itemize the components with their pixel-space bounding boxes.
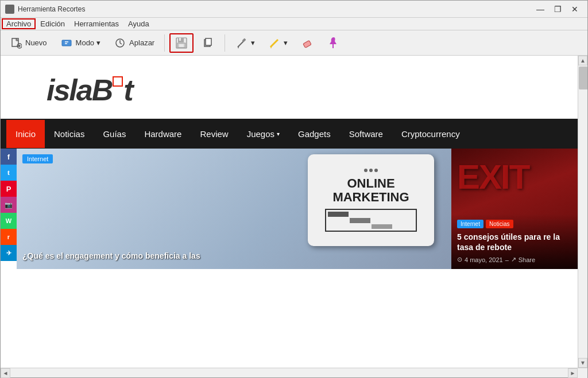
logo-text-isla: isla xyxy=(47,73,92,107)
modo-button[interactable]: Modo ▾ xyxy=(55,33,106,53)
tablet-grid xyxy=(325,209,417,232)
logo-area: isla B t xyxy=(1,56,578,119)
nuevo-label: Nuevo xyxy=(25,38,47,47)
aplazar-button[interactable]: Aplazar xyxy=(108,33,160,53)
side-article[interactable]: EXIT Internet Noticias 5 consejos útiles… xyxy=(451,149,578,269)
main-article-tag: Internet xyxy=(22,154,53,163)
nuevo-icon xyxy=(9,36,23,50)
whatsapp-button[interactable]: W xyxy=(1,213,17,229)
window-title: Herramienta Recortes xyxy=(18,5,85,13)
menu-ayuda[interactable]: Ayuda xyxy=(123,18,154,29)
nav-gadgets[interactable]: Gadgets xyxy=(289,120,340,148)
twitter-button[interactable]: t xyxy=(1,165,17,181)
side-article-title: 5 consejos útiles para re la tasa de reb… xyxy=(457,232,572,252)
tablet-dots xyxy=(364,169,378,172)
tablet-text: ONLINEMARKETING xyxy=(332,177,409,204)
highlight-chevron-icon: ▾ xyxy=(284,38,288,47)
title-bar: Herramienta Recortes — ❐ ✕ xyxy=(1,1,587,18)
scroll-right-button[interactable]: ► xyxy=(568,368,578,378)
nav-software[interactable]: Software xyxy=(340,120,392,148)
app-icon xyxy=(5,5,14,14)
scroll-down-button[interactable]: ▼ xyxy=(578,358,587,368)
main-article[interactable]: ONLINEMARKETING Internet ¿Qué es el enga… xyxy=(17,149,451,269)
title-bar-left: Herramienta Recortes xyxy=(5,5,85,14)
menu-archivo[interactable]: Archivo xyxy=(2,18,36,29)
nav-hardware[interactable]: Hardware xyxy=(135,120,191,148)
side-article-share: Share xyxy=(519,256,535,263)
telegram-button[interactable]: ✈ xyxy=(1,245,17,261)
modo-label: Modo xyxy=(76,38,95,47)
scroll-left-button[interactable]: ◄ xyxy=(1,368,10,378)
copy-button[interactable] xyxy=(196,33,220,53)
side-article-overlay: Internet Noticias 5 consejos útiles para… xyxy=(451,214,578,269)
facebook-button[interactable]: f xyxy=(1,149,17,165)
pin-icon xyxy=(327,36,341,50)
share-icon: ↗ xyxy=(511,256,516,263)
exit-text: EXIT xyxy=(451,149,578,205)
bottom-scrollbar: ◄ ► xyxy=(1,368,587,377)
nav-cryptocurrency[interactable]: Cryptocurrency xyxy=(392,120,469,148)
pen-icon xyxy=(235,36,249,50)
menu-herramientas[interactable]: Herramientas xyxy=(69,18,123,29)
svg-line-10 xyxy=(120,43,122,44)
save-icon xyxy=(175,36,188,50)
nav-noticias[interactable]: Noticias xyxy=(45,120,94,148)
svg-rect-23 xyxy=(303,40,311,48)
tablet-image: ONLINEMARKETING xyxy=(308,154,434,246)
toolbar: Nuevo Modo ▾ Aplazar xyxy=(1,30,587,56)
nav-review[interactable]: Review xyxy=(191,120,237,148)
social-sidebar: f t P 📷 W r ✈ xyxy=(1,149,17,269)
scroll-up-button[interactable]: ▲ xyxy=(578,56,587,65)
window: Herramienta Recortes — ❐ ✕ Archivo Edici… xyxy=(0,0,588,378)
save-button[interactable] xyxy=(169,33,194,53)
nav-bar: Inicio Noticias Guías Hardware Review Ju… xyxy=(1,119,578,149)
aplazar-icon xyxy=(113,36,127,50)
tag-internet: Internet xyxy=(457,220,483,228)
copy-icon xyxy=(201,36,215,50)
menu-edicion[interactable]: Edición xyxy=(36,18,69,29)
articles-area: ONLINEMARKETING Internet ¿Qué es el enga… xyxy=(17,149,578,269)
highlight-button[interactable]: ▾ xyxy=(262,33,293,53)
instagram-button[interactable]: 📷 xyxy=(1,197,17,213)
pinterest-button[interactable]: P xyxy=(1,181,17,197)
close-button[interactable]: ✕ xyxy=(567,3,583,15)
pen-button[interactable]: ▾ xyxy=(230,33,260,53)
scroll-track xyxy=(578,65,587,358)
web-content: isla B t Inicio Noticias Guías Hardware xyxy=(1,56,578,368)
reddit-button[interactable]: r xyxy=(1,229,17,245)
svg-rect-13 xyxy=(179,38,181,41)
side-tags: Internet Noticias xyxy=(457,220,572,228)
side-article-date: 4 mayo, 2021 xyxy=(465,256,503,263)
menu-bar: Archivo Edición Herramientas Ayuda xyxy=(1,18,587,30)
svg-rect-15 xyxy=(179,44,184,47)
logo-box xyxy=(113,76,123,87)
eraser-icon xyxy=(300,36,314,50)
horizontal-scroll-track xyxy=(10,368,568,377)
highlight-icon xyxy=(268,36,281,50)
content-area: isla B t Inicio Noticias Guías Hardware xyxy=(1,56,587,368)
scroll-corner xyxy=(578,368,587,378)
scroll-thumb[interactable] xyxy=(579,67,587,89)
logo: isla B t xyxy=(47,73,578,107)
main-article-title: ¿Qué es el engagement y cómo beneficia a… xyxy=(22,251,446,260)
clock-icon: ⊙ xyxy=(457,256,462,263)
right-scrollbar: ▲ ▼ xyxy=(578,56,587,368)
modo-chevron-icon: ▾ xyxy=(96,38,100,47)
pen-chevron-icon: ▾ xyxy=(251,38,255,47)
maximize-button[interactable]: ❐ xyxy=(550,3,566,15)
svg-rect-5 xyxy=(62,40,71,46)
title-bar-controls: — ❐ ✕ xyxy=(532,3,583,15)
tag-noticias: Noticias xyxy=(486,220,513,228)
logo-text-b: B xyxy=(92,73,113,107)
main-area: f t P 📷 W r ✈ xyxy=(1,149,578,269)
eraser-button[interactable] xyxy=(295,33,319,53)
minimize-button[interactable]: — xyxy=(532,3,548,15)
nuevo-button[interactable]: Nuevo xyxy=(4,33,52,53)
svg-rect-17 xyxy=(206,38,211,45)
toolbar-separator-2 xyxy=(225,34,225,52)
nav-guias[interactable]: Guías xyxy=(94,120,135,148)
pin-button[interactable] xyxy=(322,33,346,53)
juegos-chevron-icon: ▾ xyxy=(277,131,280,137)
nav-inicio[interactable]: Inicio xyxy=(6,120,45,148)
nav-juegos[interactable]: Juegos ▾ xyxy=(238,120,289,148)
